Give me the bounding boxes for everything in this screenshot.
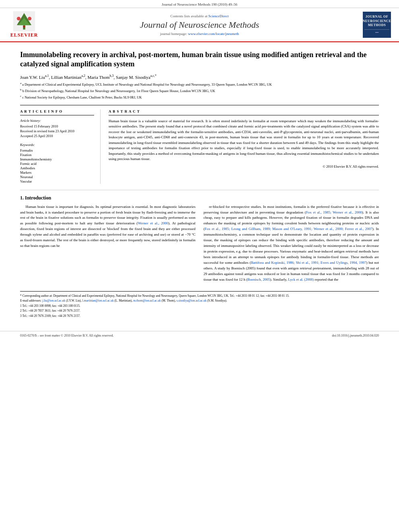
journal-logo-subtitle1: NEUROSCIENCE [363,19,391,23]
ref-fox-1985: Fox et al., 1985; Werner et al., 2000 [306,210,362,214]
journal-logo-subtitle2: METHODS [368,23,386,27]
footnote-emails: E-mail addresses: j.liu@ion.ucl.ac.uk (J… [20,299,379,303]
svg-point-6 [23,25,25,27]
article-info-heading: A R T I C L E I N F O [20,109,94,115]
email-label: E-mail addresses: [20,299,41,302]
keyword-antibodies: Antibodies [20,166,94,170]
science-direct-text: Contents lists available at ScienceDirec… [40,14,359,18]
history-revised: Received in revised form Received in rev… [20,129,94,133]
journal-homepage-link[interactable]: www.elsevier.com/locate/jneumeth [188,32,239,36]
email-thom: m.thom@ion.ucl.ac.uk [133,299,161,302]
keyword-markers: Markers [20,170,94,175]
journal-reference-bar: Journal of Neuroscience Methods 190 (201… [0,0,399,8]
journal-homepage: journal homepage: www.elsevier.com/locat… [40,32,359,36]
affiliation-c: c c National Society for Epilepsy, Chesh… [20,94,379,100]
keywords-label: Keywords: [20,143,94,147]
affiliation-a: a a Department of Clinical and Experimen… [20,82,379,87]
doi-line: doi:10.1016/j.jneumeth.2010.04.020 [332,334,379,337]
intro-para-right: re-blocked for retrospective studies. In… [204,204,379,283]
ref-lyck: Lyck et al. (2008) [288,277,314,281]
journal-logo-decoration: ━━ [364,29,389,35]
easy-text: easy [214,216,220,220]
introduction-section: 1. Introduction Human brain tissue is im… [20,190,379,318]
author-joan: Joan Y.W. Liu [20,74,45,79]
ref-battifora: Battifora and Kopinski, 1986; Shi et al.… [251,261,366,265]
bottom-bar: 0165-0270/$ – see front matter © 2010 El… [0,331,399,340]
footnote-tel3: 3 Tel.: +44 20 7676 2169; fax: +44 20 76… [20,314,379,318]
abstract-heading: A B S T R A C T [109,109,379,115]
footnotes-section: * Corresponding author at: Department of… [20,291,379,318]
keyword-fixation: Fixation [20,153,94,157]
keyword-neuronal: Neuronal [20,175,94,179]
issn-line: 0165-0270/$ – see front matter © 2010 El… [20,334,114,337]
article-info-abstract-section: A R T I C L E I N F O Article history: R… [20,105,379,184]
keyword-formic-acid: Formic acid [20,162,94,166]
intro-col-left: Human brain tissue is important for diag… [20,204,195,285]
form-text: form [48,129,55,133]
article-content: Immunolabeling recovery in archival, pos… [0,42,399,327]
section-1-title: 1. Introduction [20,195,379,201]
author-lillian: Lillian Martinian [51,74,81,79]
journal-logo-box: JOURNAL OF NEUROSCIENCE METHODS ━━ [363,12,391,38]
article-title: Immunolabeling recovery in archival, pos… [20,50,379,69]
ref-boenisch: Boenisch, 2005 [247,277,270,281]
authors-line: Joan Y.W. Liua,1, Lillian Martiniana,2, … [20,74,379,80]
intro-col-right: re-blocked for retrospective studies. In… [204,204,379,285]
intro-para-left: Human brain tissue is important for diag… [20,204,195,249]
author-sanjay: Sanjay M. Sisodiya [116,74,150,79]
ref-werner-2000: Werner et al., 2000 [138,221,168,225]
article-history-label: Article history: [20,119,94,123]
svg-point-5 [28,17,31,21]
journal-header: ELSEVIER Contents lists available at Sci… [0,8,399,42]
keywords-section: Keywords: Formalin Fixation Immunohistoc… [20,143,94,183]
elsevier-tree-icon [12,11,36,31]
svg-point-4 [17,17,21,21]
abstract-column: A B S T R A C T Human brain tissue is a … [109,109,379,184]
science-direct-link[interactable]: ScienceDirect [208,14,228,18]
header-center: Contents lists available at ScienceDirec… [40,14,359,36]
abstract-text: Human brain tissue is a valuable source … [109,119,379,162]
page: Journal of Neuroscience Methods 190 (201… [0,0,399,532]
journal-title: Journal of Neuroscience Methods [40,20,359,30]
keyword-vascular: Vascular [20,179,94,183]
keyword-immunohistochemistry: Immunohistochemistry [20,157,94,161]
journal-reference: Journal of Neuroscience Methods 190 (201… [162,2,237,6]
author-maria: Maria Thom [88,74,110,79]
keyword-formalin: Formalin [20,148,94,152]
ref-fox-leong: Fox et al., 1985; Leong and Gillham, 198… [205,227,372,231]
affiliation-b: b b Division of Neuropathology, National… [20,88,379,94]
history-accepted: Accepted 25 April 2010 [20,134,94,138]
elsevier-logo: ELSEVIER [8,11,40,38]
copyright-line: © 2010 Elsevier B.V. All rights reserved… [109,164,379,168]
elsevier-brand-text: ELSEVIER [10,32,38,38]
email-martinian: l.martinian@ion.ucl.ac.uk [82,299,114,302]
introduction-body: Human brain tissue is important for diag… [20,204,379,285]
affiliations: a a Department of Clinical and Experimen… [20,82,379,100]
footnote-tel2: 2 Tel.: +44 20 7837 3611; fax: +44 20 76… [20,309,379,313]
article-info-column: A R T I C L E I N F O Article history: R… [20,109,101,184]
history-received: Received 15 February 2010 [20,124,94,128]
footnote-corresponding: * Corresponding author at: Department of… [20,294,379,298]
email-sisodiya: s.sisodiya@ion.ucl.ac.uk [177,299,207,302]
email-liu: j.liu@ion.ucl.ac.uk [42,299,65,302]
footnote-tel1: 1 Tel.: +44 203 108 0098; fax: +44 203 1… [20,304,379,308]
journal-logo-right: JOURNAL OF NEUROSCIENCE METHODS ━━ [359,12,391,38]
journal-logo-title: JOURNAL OF [366,15,388,19]
